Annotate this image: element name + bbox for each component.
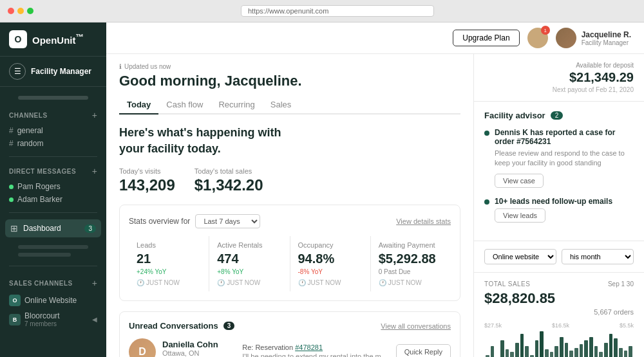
logo-icon: O <box>9 30 27 48</box>
browser-chrome: https://www.openunit.com <box>0 0 644 23</box>
user-display-name: Jacqueline R. <box>582 30 631 39</box>
chart-bar <box>500 340 504 357</box>
chart-bar <box>540 331 544 357</box>
rentals-change: +8% YoY <box>217 268 281 275</box>
today-sales-value: $1,342.20 <box>194 176 263 194</box>
dashboard-content: ℹ Updated us now Good morning, Jacquelin… <box>106 54 473 357</box>
dm-item-pam[interactable]: Pam Rogers <box>9 180 97 193</box>
sidebar: O OpenUnit™ ☰ Facility Manager CHANNELS … <box>0 23 106 357</box>
sales-channels-section: SALES CHANNELS + O Online Website B Bloo… <box>0 273 106 333</box>
sales-item-bloorcourt[interactable]: B Bloorcourt 7 members ◀ <box>9 309 97 330</box>
leads-time: 🕐 JUST NOW <box>137 279 201 286</box>
minimize-dot[interactable] <box>17 8 24 14</box>
online-website-icon: O <box>9 295 21 306</box>
conv-preview: I'll be needing to extend my rental into… <box>242 352 389 357</box>
chart-bar <box>550 352 554 357</box>
reservation-link[interactable]: #478281 <box>295 343 323 351</box>
right-panel: Available for deposit $21,349.29 Next pa… <box>473 54 644 357</box>
conversations-badge: 3 <box>223 322 235 330</box>
nav-item-dashboard[interactable]: ⊞ Dashboard 3 <box>5 219 101 237</box>
conversation-avatar: D <box>129 338 156 357</box>
chart-bar <box>624 351 628 358</box>
conversation-contact-info: Daniella Cohn Ottawa, ON Customer for 8 … <box>162 340 236 357</box>
chart-bar <box>506 349 509 357</box>
notification-bell[interactable]: 1 <box>527 28 548 48</box>
notification-count: 1 <box>541 26 550 35</box>
rentals-value: 474 <box>217 252 281 266</box>
tab-today[interactable]: Today <box>119 96 158 114</box>
chart-label-mid: $16.5k <box>552 322 569 329</box>
chart-bar <box>584 340 588 357</box>
topbar: Upgrade Plan 1 Jacqueline R. Facility Ma… <box>106 23 644 54</box>
clock-icon: 🕐 <box>217 279 225 286</box>
period-filter-select[interactable]: his month This month Last month <box>562 249 634 264</box>
clock-icon: 🕐 <box>379 279 386 286</box>
tab-recurring[interactable]: Recurring <box>211 96 262 114</box>
metric-occupancy: Occupancy 94.8% -8% YoY 🕐 JUST NOW <box>290 236 371 291</box>
dm-item-adam[interactable]: Adam Barker <box>9 193 97 206</box>
sidebar-item-general[interactable]: # general <box>9 124 97 137</box>
metric-awaiting-payment: Awaiting Payment $5,292.88 0 Past Due 🕐 … <box>371 236 451 291</box>
channel-general-label: general <box>17 126 43 135</box>
view-leads-button[interactable]: View leads <box>495 208 545 223</box>
close-dot[interactable] <box>8 8 14 14</box>
metric-active-rentals: Active Rentals 474 +8% YoY 🕐 JUST NOW <box>209 236 290 291</box>
tab-sales[interactable]: Sales <box>263 96 299 114</box>
chart-bar <box>569 351 573 358</box>
sales-chart: $27.5k $16.5k $5.5k <box>484 322 634 357</box>
main-area: Upgrade Plan 1 Jacqueline R. Facility Ma… <box>106 23 644 357</box>
today-stats: Today's visits 143,209 Today's total sal… <box>119 167 460 194</box>
maximize-dot[interactable] <box>27 8 33 14</box>
conv-subject: Re: Reservation #478281 <box>242 343 389 351</box>
chart-bar <box>535 340 539 357</box>
hero-text: Here's what's happening withyour facilit… <box>119 125 460 157</box>
dashboard-badge: 3 <box>84 224 96 233</box>
add-dm-button[interactable]: + <box>92 166 97 176</box>
user-avatar <box>556 28 576 48</box>
channel-filter-select[interactable]: Online website Bloorcourt <box>484 249 556 264</box>
add-sales-channel-button[interactable]: + <box>92 278 97 288</box>
today-visits: Today's visits 143,209 <box>119 167 175 194</box>
chart-bar <box>545 349 549 357</box>
add-channel-button[interactable]: + <box>92 110 97 120</box>
chart-bar <box>554 346 558 357</box>
deposit-amount: $21,349.29 <box>484 70 634 85</box>
dm-label: DIRECT MESSAGES <box>9 168 76 175</box>
upgrade-plan-button[interactable]: Upgrade Plan <box>453 30 519 46</box>
quick-reply-button[interactable]: Quick Reply <box>396 344 451 357</box>
alert-1-text: Dennis K has reported a case for order #… <box>495 128 634 146</box>
sidebar-nav: ⊞ Dashboard 3 <box>0 217 106 240</box>
view-all-conversations-link[interactable]: View all conversations <box>381 322 451 330</box>
clock-icon: 🕐 <box>298 279 306 286</box>
chart-bar <box>520 334 524 357</box>
dm-name-pam: Pam Rogers <box>17 182 61 191</box>
sidebar-item-random[interactable]: # random <box>9 137 97 150</box>
occupancy-label: Occupancy <box>298 241 363 249</box>
bloorcourt-icon: B <box>9 314 21 325</box>
total-sales-orders: 5,667 orders <box>484 308 634 316</box>
view-details-link[interactable]: View details stats <box>396 217 451 225</box>
advisor-alert-1: Dennis K has reported a case for order #… <box>484 128 634 188</box>
leads-change: +24% YoY <box>137 268 201 275</box>
deposit-section: Available for deposit $21,349.29 Next pa… <box>474 54 644 102</box>
user-menu-icon: ☰ <box>9 63 26 80</box>
conversation-message: Re: Reservation #478281 I'll be needing … <box>242 343 389 357</box>
view-case-button[interactable]: View case <box>495 174 544 188</box>
today-visits-value: 143,209 <box>119 176 175 194</box>
total-sales-date: Sep 1 30 <box>608 280 634 288</box>
conversations-card: Unread Conversations 3 View all conversa… <box>119 311 460 357</box>
chart-y-labels: $27.5k $16.5k $5.5k <box>484 322 634 329</box>
tab-cashflow[interactable]: Cash flow <box>158 96 211 114</box>
today-sales: Today's total sales $1,342.20 <box>194 167 263 194</box>
user-menu[interactable]: Jacqueline R. Facility Manager <box>556 28 631 48</box>
deposit-date: Next payout of Feb 21, 2020 <box>484 86 634 93</box>
alert-2-text: 10+ leads need follow-up emails <box>495 197 634 206</box>
sales-item-online[interactable]: O Online Website <box>9 292 97 309</box>
sidebar-user[interactable]: ☰ Facility Manager <box>0 57 106 87</box>
chart-bar <box>599 352 603 357</box>
stats-filter-select[interactable]: Last 7 days Last 30 days Last 90 days <box>195 214 260 228</box>
address-bar[interactable]: https://www.openunit.com <box>241 5 434 17</box>
bloorcourt-collapse-icon[interactable]: ◀ <box>92 316 97 323</box>
user-role-label: Facility Manager <box>31 67 91 76</box>
bar-chart <box>484 331 634 357</box>
